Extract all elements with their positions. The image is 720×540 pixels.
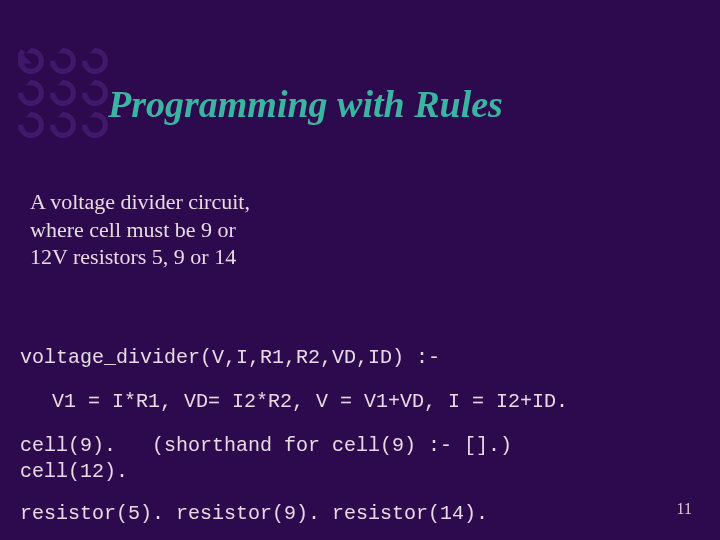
code-line-1: voltage_divider(V,I,R1,R2,VD,ID) :- [20, 346, 700, 369]
code-line-2: V1 = I*R1, VD= I2*R2, V = V1+VD, I = I2+… [52, 390, 700, 413]
code-line-3: cell(9). (shorthand for cell(9) :- [].) [20, 434, 700, 457]
description-text: A voltage divider circuit, where cell mu… [30, 188, 260, 271]
code-line-4: cell(12). [20, 460, 700, 483]
code-line-5: resistor(5). resistor(9). resistor(14). [20, 502, 700, 525]
recycle-arrows-icon [18, 48, 108, 138]
slide-title: Programming with Rules [108, 82, 503, 126]
page-number: 11 [677, 500, 692, 518]
corner-icon [18, 48, 108, 138]
